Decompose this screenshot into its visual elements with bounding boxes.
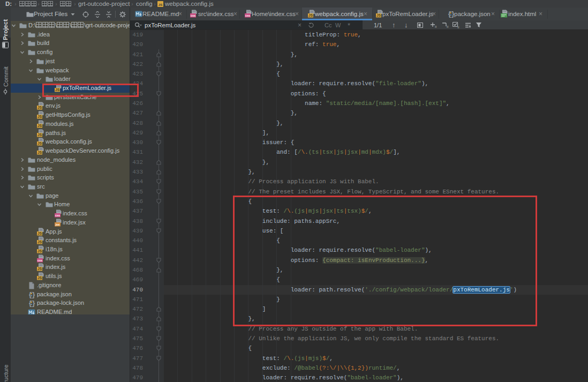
svg-text:JS: JS <box>37 249 42 253</box>
svg-text:JS: JS <box>37 276 42 280</box>
svg-text:JS: JS <box>159 3 162 6</box>
svg-text:css: css <box>55 214 60 217</box>
svg-text:css: css <box>191 14 195 17</box>
svg-text:JS: JS <box>308 13 313 17</box>
svg-text:JS: JS <box>37 133 42 137</box>
svg-text:css: css <box>37 259 42 262</box>
svg-text:JS: JS <box>37 231 42 235</box>
svg-text:JS: JS <box>37 124 42 128</box>
svg-text:JS: JS <box>37 267 42 271</box>
svg-text:JS: JS <box>37 106 42 109</box>
svg-text:II: II <box>457 26 459 29</box>
svg-text:css: css <box>245 14 250 17</box>
svg-text:JS: JS <box>376 13 381 17</box>
svg-text:JS: JS <box>37 115 42 118</box>
svg-text:II: II <box>435 25 437 28</box>
svg-text:JS: JS <box>37 240 42 244</box>
svg-text:II: II <box>447 25 449 28</box>
svg-text:}: } <box>32 291 35 298</box>
svg-text:JS: JS <box>37 141 42 145</box>
svg-text:jsx: jsx <box>55 223 61 226</box>
svg-text:JS: JS <box>37 151 42 154</box>
svg-text:}: } <box>32 300 35 307</box>
